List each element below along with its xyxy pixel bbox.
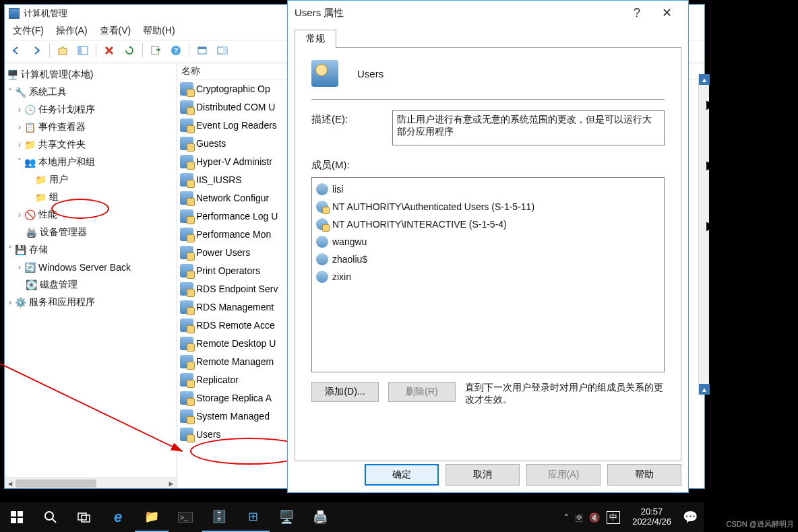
explorer-icon[interactable]: 📁 [135, 502, 168, 532]
group-item-icon [180, 155, 193, 168]
dialog-buttons: 确定 取消 应用(A) 帮助 [365, 464, 681, 486]
member-item[interactable]: zhaoliu$ [315, 251, 661, 268]
cancel-button[interactable]: 取消 [446, 464, 520, 486]
scroll-down-icon[interactable]: ▲ [699, 384, 710, 395]
menu-view[interactable]: 查看(V) [100, 25, 131, 37]
back-button[interactable] [7, 42, 25, 59]
member-item[interactable]: zixin [315, 268, 661, 286]
action-button-1[interactable] [193, 42, 211, 59]
member-item[interactable]: lisi [315, 180, 661, 198]
member-name: lisi [332, 184, 343, 195]
svg-rect-9 [223, 47, 227, 54]
group-item-icon [180, 100, 193, 114]
ime-indicator[interactable]: 中 [607, 511, 620, 524]
list-item-label: Users [196, 429, 221, 440]
forward-button[interactable] [28, 42, 45, 59]
list-item-label: Hyper-V Administr [196, 156, 272, 167]
add-button[interactable]: 添加(D)... [311, 382, 379, 402]
tree-task-scheduler[interactable]: ›🕒任务计划程序 [6, 101, 175, 119]
group-item-icon [180, 228, 193, 241]
tree-storage[interactable]: ˅💾存储 [6, 241, 175, 259]
ie-icon[interactable]: e [101, 502, 135, 532]
tree-wsb[interactable]: ›🔄Windows Server Back [6, 259, 175, 276]
export-button[interactable] [147, 42, 164, 59]
description-field[interactable]: 防止用户进行有意或无意的系统范围的更改，但是可以运行大部分应用程序 [392, 110, 665, 145]
apply-button[interactable]: 应用(A) [526, 464, 601, 486]
group-item-icon [180, 337, 193, 350]
app-icon-2[interactable]: 🖨️ [303, 502, 337, 532]
dialog-title: Users 属性 [295, 7, 622, 20]
svg-rect-2 [78, 46, 82, 55]
svg-text:>_: >_ [180, 514, 188, 521]
member-item[interactable]: NT AUTHORITY\INTERACTIVE (S-1-5-4) [315, 215, 661, 233]
list-item-label: Performance Mon [196, 229, 271, 240]
group-name-label: Users [357, 68, 383, 79]
scroll-up-icon[interactable]: ▲ [699, 74, 710, 85]
members-listbox[interactable]: lisiNT AUTHORITY\Authenticated Users (S-… [311, 177, 665, 372]
show-hide-tree-button[interactable] [74, 42, 92, 59]
menu-action[interactable]: 操作(A) [56, 25, 88, 37]
group-member-icon [316, 201, 328, 213]
menu-help[interactable]: 帮助(H) [143, 25, 175, 37]
server-manager-icon[interactable]: 🗄️ [202, 502, 236, 532]
member-name: zhaoliu$ [332, 254, 367, 265]
menu-file[interactable]: 文件(F) [13, 25, 44, 37]
user-member-icon [316, 236, 328, 248]
tree-root[interactable]: 🖥️计算机管理(本地) [6, 66, 175, 84]
cmd-icon[interactable]: >_ [168, 502, 202, 532]
ok-button[interactable]: 确定 [365, 464, 439, 486]
dialog-help-button-bottom[interactable]: 帮助 [607, 464, 681, 486]
group-item-icon [180, 373, 193, 387]
refresh-button[interactable] [121, 42, 138, 59]
start-button[interactable] [0, 502, 34, 532]
users-properties-dialog: Users 属性 ? ✕ 常规 Users 描述(E): 防止用户进行有意或无意… [287, 0, 689, 493]
user-member-icon [316, 253, 328, 265]
app-icon-1[interactable]: 🖥️ [270, 502, 303, 532]
tree-scrollbar[interactable]: ◄► [5, 477, 177, 488]
network-icon[interactable]: 🀙 [576, 512, 582, 523]
system-tray[interactable]: ˄ 🀙 🔇 中 [557, 511, 627, 524]
list-item-label: Event Log Readers [196, 120, 277, 131]
tab-strip: 常规 [295, 28, 681, 48]
group-item-icon [180, 246, 193, 259]
tree-users-folder[interactable]: 📁用户 [6, 171, 175, 189]
user-member-icon [316, 271, 328, 283]
task-view-button[interactable] [67, 502, 101, 532]
mmc-icon[interactable]: ⊞ [236, 502, 270, 532]
clock[interactable]: 20:57 2022/4/26 [627, 507, 677, 527]
action-button-2[interactable] [214, 42, 231, 59]
group-item-icon [180, 119, 193, 132]
tree-services-apps[interactable]: ›⚙️服务和应用程序 [6, 294, 175, 311]
tree-device-manager[interactable]: 🖨️设备管理器 [6, 224, 175, 241]
group-item-icon [180, 137, 193, 150]
dialog-help-button[interactable]: ? [622, 2, 652, 24]
notifications-icon[interactable]: 💬 [677, 502, 704, 532]
list-item-label: Guests [196, 138, 226, 149]
tree-local-users-groups[interactable]: ˅👥本地用户和组 [6, 154, 175, 171]
tree-shared-folders[interactable]: ›📁共享文件夹 [6, 136, 175, 154]
tree-disk-management[interactable]: 💽磁盘管理 [6, 276, 175, 294]
tree-system-tools[interactable]: ˅🔧系统工具 [6, 84, 175, 101]
tray-chevron-icon[interactable]: ˄ [564, 512, 569, 523]
tree-performance[interactable]: ›🚫性能 [6, 206, 175, 224]
search-button[interactable] [34, 502, 67, 532]
list-item-label: RDS Endpoint Serv [196, 284, 278, 294]
list-item-label: Distributed COM U [196, 102, 275, 112]
app-icon [9, 8, 20, 19]
dialog-close-button[interactable]: ✕ [652, 2, 681, 24]
help-button[interactable]: ? [167, 42, 185, 59]
group-item-icon [180, 82, 193, 96]
dialog-titlebar[interactable]: Users 属性 ? ✕ [288, 1, 688, 25]
svg-rect-7 [198, 47, 206, 49]
member-item[interactable]: wangwu [315, 233, 661, 251]
tree-event-viewer[interactable]: ›📋事件查看器 [6, 119, 175, 136]
member-name: wangwu [332, 236, 367, 247]
tab-general[interactable]: 常规 [295, 30, 336, 48]
volume-icon[interactable]: 🔇 [589, 512, 600, 523]
tree-groups-folder[interactable]: 📁组 [6, 189, 175, 206]
group-item-icon [180, 391, 193, 405]
member-item[interactable]: NT AUTHORITY\Authenticated Users (S-1-5-… [315, 198, 661, 215]
delete-button[interactable] [100, 42, 118, 59]
remove-button[interactable]: 删除(R) [388, 382, 456, 402]
up-button[interactable] [54, 42, 71, 59]
